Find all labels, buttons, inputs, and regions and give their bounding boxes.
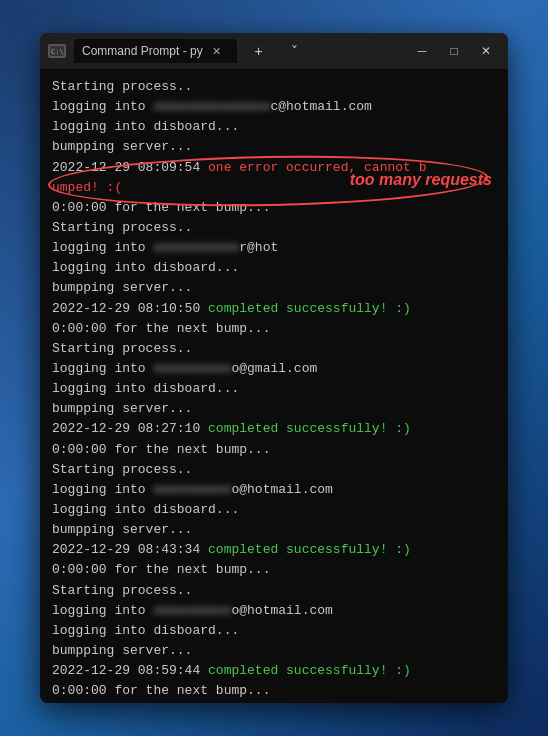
tab-close-button[interactable]: ✕ (209, 43, 225, 59)
line-8: Starting process.. (52, 218, 496, 238)
line-17: bumpping server... (52, 399, 496, 419)
line-21: logging into xxxxxxxxxxo@hotmail.com (52, 480, 496, 500)
line-2: logging into xxxxxxxxxxxxxxxc@hotmail.co… (52, 97, 496, 117)
dropdown-button[interactable]: ˅ (281, 37, 309, 65)
title-bar-left: C:\ Command Prompt - py ✕ + ˅ (48, 37, 402, 65)
new-tab-button[interactable]: + (245, 37, 273, 65)
line-22: logging into disboard... (52, 500, 496, 520)
line-25: 0:00:00 for the next bump... (52, 560, 496, 580)
maximize-button[interactable]: □ (440, 37, 468, 65)
line-4: bumpping server... (52, 137, 496, 157)
line-15: logging into xxxxxxxxxxo@gmail.com (52, 359, 496, 379)
line-23: bumpping server... (52, 520, 496, 540)
line-19: 0:00:00 for the next bump... (52, 440, 496, 460)
title-bar: C:\ Command Prompt - py ✕ + ˅ ─ □ ✕ (40, 33, 508, 69)
error-section: 2022-12-29 08:09:54 one error occurred, … (52, 158, 496, 198)
line-29: bumpping server... (52, 641, 496, 661)
line-28: logging into disboard... (52, 621, 496, 641)
line-30: 2022-12-29 08:59:44 completed successful… (52, 661, 496, 681)
too-many-requests-label: too many requests (350, 168, 492, 193)
line-16: logging into disboard... (52, 379, 496, 399)
tab-command-prompt[interactable]: Command Prompt - py ✕ (74, 39, 237, 63)
line-20: Starting process.. (52, 460, 496, 480)
line-27: logging into xxxxxxxxxxo@hotmail.com (52, 601, 496, 621)
terminal-window: C:\ Command Prompt - py ✕ + ˅ ─ □ ✕ Star… (40, 33, 508, 703)
line-12: 2022-12-29 08:10:50 completed successful… (52, 299, 496, 319)
line-26: Starting process.. (52, 581, 496, 601)
tab-label: Command Prompt - py (82, 44, 203, 58)
line-1: Starting process.. (52, 77, 496, 97)
line-24: 2022-12-29 08:43:34 completed successful… (52, 540, 496, 560)
window-controls: ─ □ ✕ (408, 37, 500, 65)
line-31: 0:00:00 for the next bump... (52, 681, 496, 701)
terminal-icon: C:\ (48, 44, 66, 58)
line-7: 0:00:00 for the next bump... (52, 198, 496, 218)
line-13: 0:00:00 for the next bump... (52, 319, 496, 339)
close-button[interactable]: ✕ (472, 37, 500, 65)
line-32: Starting process.. (52, 701, 496, 703)
line-14: Starting process.. (52, 339, 496, 359)
line-10: logging into disboard... (52, 258, 496, 278)
svg-text:C:\: C:\ (51, 48, 64, 56)
minimize-button[interactable]: ─ (408, 37, 436, 65)
line-9: logging into xxxxxxxxxxxr@hot (52, 238, 496, 258)
terminal-output[interactable]: Starting process.. logging into xxxxxxxx… (40, 69, 508, 703)
line-18: 2022-12-29 08:27:10 completed successful… (52, 419, 496, 439)
line-3: logging into disboard... (52, 117, 496, 137)
line-11: bumpping server... (52, 278, 496, 298)
